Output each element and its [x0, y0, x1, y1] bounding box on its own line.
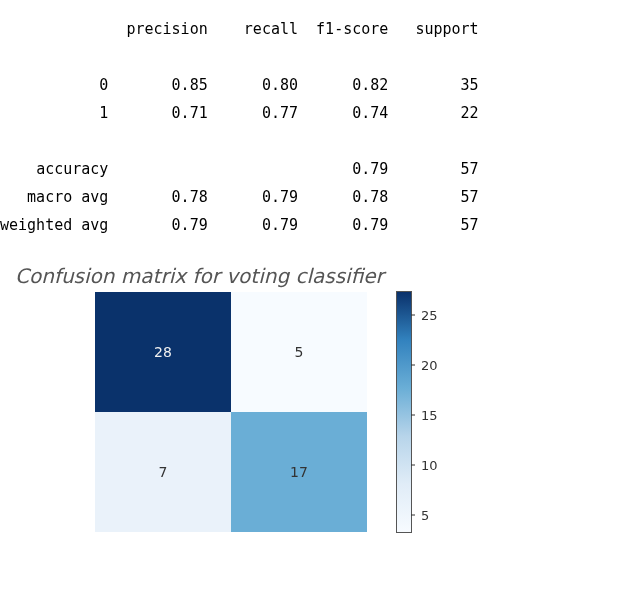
- report-row-0: 0 0.85 0.80 0.82 35: [0, 76, 479, 94]
- colorbar-ticks: 25 20 15 10 5: [411, 292, 451, 532]
- colorbar: 25 20 15 10 5: [397, 292, 451, 532]
- confusion-matrix-figure: Confusion matrix for voting classifier 2…: [0, 264, 618, 532]
- colorbar-tick: 5: [411, 508, 429, 523]
- colorbar-tick: 20: [411, 358, 438, 373]
- cm-cell-0-0: 28: [95, 292, 231, 412]
- classification-report: precision recall f1-score support 0 0.85…: [0, 0, 618, 239]
- colorbar-tick: 15: [411, 408, 438, 423]
- colorbar-tick: 25: [411, 308, 438, 323]
- cm-cell-0-1: 5: [231, 292, 367, 412]
- report-row-1: 1 0.71 0.77 0.74 22: [0, 104, 479, 122]
- confusion-matrix-grid: 28 5 7 17: [95, 292, 367, 532]
- report-row-weighted: weighted avg 0.79 0.79 0.79 57: [0, 216, 479, 234]
- chart-title: Confusion matrix for voting classifier: [15, 264, 618, 288]
- report-row-accuracy: accuracy 0.79 57: [0, 160, 479, 178]
- colorbar-tick: 10: [411, 458, 438, 473]
- cm-cell-1-1: 17: [231, 412, 367, 532]
- cm-cell-1-0: 7: [95, 412, 231, 532]
- colorbar-gradient: [397, 292, 411, 532]
- report-row-macro: macro avg 0.78 0.79 0.78 57: [0, 188, 479, 206]
- report-header-line: precision recall f1-score support: [0, 20, 479, 38]
